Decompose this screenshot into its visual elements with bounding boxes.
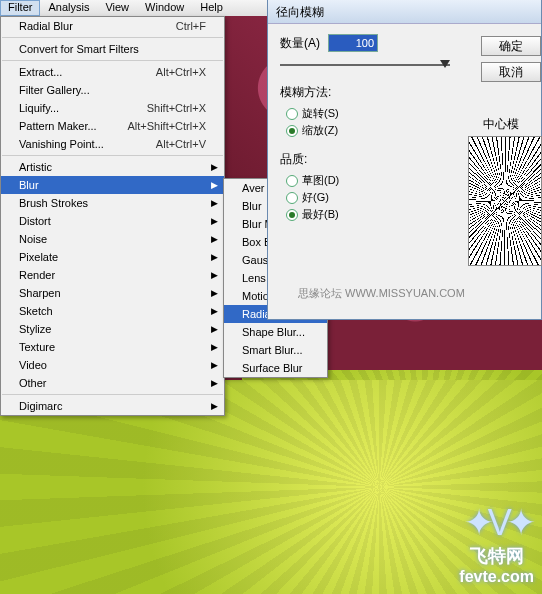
- radio-label: 缩放(Z): [302, 123, 338, 138]
- menu-item-shortcut: Ctrl+F: [176, 20, 206, 32]
- menu-item-vanishing-point[interactable]: Vanishing Point... Alt+Ctrl+V: [1, 135, 224, 153]
- menu-item-label: Shape Blur...: [242, 326, 321, 338]
- radio-label: 好(G): [302, 190, 329, 205]
- menu-view[interactable]: View: [97, 0, 137, 16]
- submenu-arrow-icon: ▶: [211, 378, 218, 388]
- submenu-item-smart-blur[interactable]: Smart Blur...: [224, 341, 327, 359]
- menu-item-label: Extract...: [19, 66, 156, 78]
- menu-item-label: Vanishing Point...: [19, 138, 156, 150]
- watermark-logo: ✦V✦ 飞特网 fevte.com: [459, 502, 534, 586]
- menu-item-noise[interactable]: Noise ▶: [1, 230, 224, 248]
- menu-item-stylize[interactable]: Stylize ▶: [1, 320, 224, 338]
- menu-separator: [2, 60, 223, 61]
- menu-filter[interactable]: Filter: [0, 0, 40, 16]
- menu-item-label: Pattern Maker...: [19, 120, 127, 132]
- menu-item-label: Pixelate: [19, 251, 206, 263]
- submenu-arrow-icon: ▶: [211, 342, 218, 352]
- menu-item-texture[interactable]: Texture ▶: [1, 338, 224, 356]
- menu-window[interactable]: Window: [137, 0, 192, 16]
- menu-item-convert-smart[interactable]: Convert for Smart Filters: [1, 40, 224, 58]
- menu-item-distort[interactable]: Distort ▶: [1, 212, 224, 230]
- amount-slider[interactable]: [280, 60, 450, 70]
- amount-label: 数量(A): [280, 35, 320, 52]
- blur-center-label: 中心模: [483, 116, 519, 133]
- submenu-arrow-icon: ▶: [211, 198, 218, 208]
- cancel-button[interactable]: 取消: [481, 62, 541, 82]
- radio-icon[interactable]: [286, 209, 298, 221]
- menu-item-brush-strokes[interactable]: Brush Strokes ▶: [1, 194, 224, 212]
- menu-separator: [2, 155, 223, 156]
- logo-text: 飞特网: [459, 544, 534, 568]
- submenu-item-surface-blur[interactable]: Surface Blur: [224, 359, 327, 377]
- menu-item-video[interactable]: Video ▶: [1, 356, 224, 374]
- menu-item-extract[interactable]: Extract... Alt+Ctrl+X: [1, 63, 224, 81]
- menu-item-label: Brush Strokes: [19, 197, 206, 209]
- radio-icon[interactable]: [286, 175, 298, 187]
- menu-item-pattern-maker[interactable]: Pattern Maker... Alt+Shift+Ctrl+X: [1, 117, 224, 135]
- menu-item-sharpen[interactable]: Sharpen ▶: [1, 284, 224, 302]
- menu-item-label: Filter Gallery...: [19, 84, 206, 96]
- submenu-arrow-icon: ▶: [211, 234, 218, 244]
- menu-item-label: Noise: [19, 233, 206, 245]
- menu-help[interactable]: Help: [192, 0, 231, 16]
- submenu-arrow-icon: ▶: [211, 288, 218, 298]
- menu-item-label: Surface Blur: [242, 362, 321, 374]
- radio-label: 草图(D): [302, 173, 339, 188]
- submenu-arrow-icon: ▶: [211, 180, 218, 190]
- logo-url: fevte.com: [459, 568, 534, 586]
- dialog-title: 径向模糊: [268, 0, 541, 24]
- menu-item-label: Blur: [19, 179, 206, 191]
- menu-item-shortcut: Alt+Shift+Ctrl+X: [127, 120, 206, 132]
- submenu-arrow-icon: ▶: [211, 401, 218, 411]
- menu-item-label: Distort: [19, 215, 206, 227]
- radial-blur-dialog: 径向模糊 数量(A) 模糊方法: 旋转(S) 缩放(Z) 品质: 草图(D): [267, 0, 542, 320]
- menu-item-label: Stylize: [19, 323, 206, 335]
- menu-item-label: Render: [19, 269, 206, 281]
- radio-label: 最好(B): [302, 207, 339, 222]
- submenu-arrow-icon: ▶: [211, 306, 218, 316]
- menu-separator: [2, 394, 223, 395]
- submenu-arrow-icon: ▶: [211, 216, 218, 226]
- menu-item-label: Radial Blur: [19, 20, 176, 32]
- wings-icon: ✦V✦: [459, 502, 534, 544]
- menu-item-label: Sharpen: [19, 287, 206, 299]
- amount-input[interactable]: [328, 34, 378, 52]
- menu-item-pixelate[interactable]: Pixelate ▶: [1, 248, 224, 266]
- submenu-arrow-icon: ▶: [211, 162, 218, 172]
- menu-item-label: Smart Blur...: [242, 344, 321, 356]
- submenu-arrow-icon: ▶: [211, 270, 218, 280]
- menu-item-sketch[interactable]: Sketch ▶: [1, 302, 224, 320]
- submenu-arrow-icon: ▶: [211, 324, 218, 334]
- menu-item-artistic[interactable]: Artistic ▶: [1, 158, 224, 176]
- menu-item-last-filter[interactable]: Radial Blur Ctrl+F: [1, 17, 224, 35]
- menu-item-other[interactable]: Other ▶: [1, 374, 224, 392]
- menu-item-label: Texture: [19, 341, 206, 353]
- menu-separator: [2, 37, 223, 38]
- menu-item-label: Artistic: [19, 161, 206, 173]
- slider-thumb-icon[interactable]: [440, 60, 450, 68]
- method-label: 模糊方法:: [280, 84, 529, 101]
- menu-item-label: Video: [19, 359, 206, 371]
- blur-center-preview[interactable]: [468, 136, 542, 266]
- submenu-item-shape-blur[interactable]: Shape Blur...: [224, 323, 327, 341]
- menu-item-liquify[interactable]: Liquify... Shift+Ctrl+X: [1, 99, 224, 117]
- menu-item-digimarc[interactable]: Digimarc ▶: [1, 397, 224, 415]
- submenu-arrow-icon: ▶: [211, 360, 218, 370]
- menu-item-label: Convert for Smart Filters: [19, 43, 206, 55]
- radio-icon[interactable]: [286, 125, 298, 137]
- ok-button[interactable]: 确定: [481, 36, 541, 56]
- menu-item-shortcut: Alt+Ctrl+V: [156, 138, 206, 150]
- menu-item-shortcut: Alt+Ctrl+X: [156, 66, 206, 78]
- menu-analysis[interactable]: Analysis: [40, 0, 97, 16]
- menu-item-label: Digimarc: [19, 400, 206, 412]
- menu-item-shortcut: Shift+Ctrl+X: [147, 102, 206, 114]
- menu-item-blur[interactable]: Blur ▶: [1, 176, 224, 194]
- forum-watermark: 思缘论坛 WWW.MISSYUAN.COM: [298, 286, 465, 301]
- menu-item-render[interactable]: Render ▶: [1, 266, 224, 284]
- menu-item-filter-gallery[interactable]: Filter Gallery...: [1, 81, 224, 99]
- menu-item-label: Liquify...: [19, 102, 147, 114]
- filter-dropdown: Radial Blur Ctrl+F Convert for Smart Fil…: [0, 16, 225, 416]
- radio-icon[interactable]: [286, 108, 298, 120]
- radio-label: 旋转(S): [302, 106, 339, 121]
- radio-icon[interactable]: [286, 192, 298, 204]
